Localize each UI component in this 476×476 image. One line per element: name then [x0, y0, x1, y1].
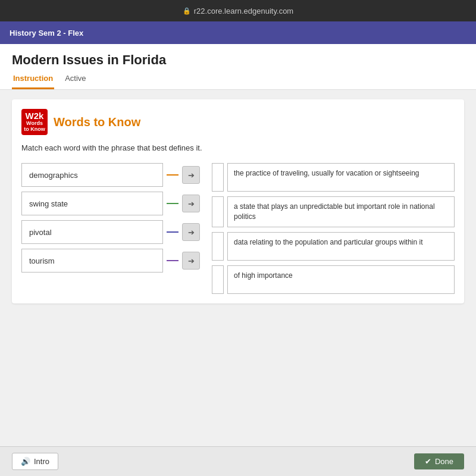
matching-container: demographics ➔ swing state ➔	[21, 163, 455, 294]
card-header: W2k Wordsto Know Words to Know	[21, 109, 455, 135]
definition-box-1: a state that plays an unpredictable but …	[227, 196, 455, 227]
arrow-btn-pivotal[interactable]: ➔	[182, 223, 200, 241]
connector-demographics	[167, 174, 178, 176]
word-box-swing-state: swing state	[21, 192, 163, 215]
word-item-swing-state: swing state ➔	[21, 192, 200, 215]
lock-icon: 🔒	[183, 7, 191, 15]
word-box-tourism: tourism	[21, 249, 163, 273]
definition-item-1: a state that plays an unpredictable but …	[212, 196, 455, 227]
connector-tourism	[167, 260, 178, 261]
top-nav-title: History Sem 2 - Flex	[10, 29, 83, 37]
page-wrapper: History Sem 2 - Flex Modern Issues in Fl…	[0, 21, 476, 476]
word-item-tourism: tourism ➔	[21, 249, 200, 273]
tab-instruction[interactable]: Instruction	[12, 71, 54, 89]
definition-item-0: the practice of traveling, usually for v…	[212, 163, 455, 192]
course-title: Modern Issues in Florida	[12, 52, 464, 68]
definition-checkbox-0[interactable]	[212, 163, 224, 192]
definition-checkbox-3[interactable]	[212, 265, 224, 294]
card-title: Words to Know	[54, 115, 140, 129]
definitions-column: the practice of traveling, usually for v…	[212, 163, 455, 294]
arrow-btn-swing-state[interactable]: ➔	[182, 195, 200, 212]
definition-box-3: of high importance	[227, 265, 455, 294]
word-item-demographics: demographics ➔	[21, 163, 200, 187]
intro-button[interactable]: 🔊 Intro	[12, 453, 58, 470]
course-tabs: Instruction Active	[12, 71, 464, 89]
arrow-btn-tourism[interactable]: ➔	[182, 252, 200, 270]
instruction-text: Match each word with the phrase that bes…	[21, 143, 455, 152]
checkmark-icon: ✔	[425, 457, 431, 466]
done-button[interactable]: ✔ Done	[414, 453, 464, 469]
word-item-pivotal: pivotal ➔	[21, 220, 200, 244]
bottom-bar: 🔊 Intro ✔ Done	[0, 446, 476, 476]
top-nav: History Sem 2 - Flex	[0, 21, 476, 44]
activity-card: W2k Wordsto Know Words to Know Match eac…	[12, 99, 464, 303]
words-column: demographics ➔ swing state ➔	[21, 163, 200, 273]
course-header: Modern Issues in Florida Instruction Act…	[0, 44, 476, 90]
card-title-area: Words to Know	[54, 115, 140, 129]
connector-swing-state	[167, 203, 178, 204]
w2k-icon: W2k Wordsto Know	[21, 109, 48, 135]
definition-item-3: of high importance	[212, 265, 455, 294]
definition-box-2: data relating to the population and part…	[227, 232, 455, 261]
connector-pivotal	[167, 231, 178, 233]
definition-item-2: data relating to the population and part…	[212, 232, 455, 261]
speaker-icon: 🔊	[21, 457, 30, 466]
definition-box-0: the practice of traveling, usually for v…	[227, 163, 455, 192]
definition-checkbox-2[interactable]	[212, 232, 224, 261]
tab-active[interactable]: Active	[64, 71, 87, 89]
definition-checkbox-1[interactable]	[212, 196, 224, 227]
word-box-pivotal: pivotal	[21, 220, 163, 244]
main-content: W2k Wordsto Know Words to Know Match eac…	[0, 90, 476, 446]
browser-bar: 🔒 r22.core.learn.edgenuity.com	[0, 0, 476, 21]
arrow-btn-demographics[interactable]: ➔	[182, 166, 200, 184]
word-box-demographics: demographics	[21, 163, 163, 187]
url-display: r22.core.learn.edgenuity.com	[194, 7, 293, 15]
